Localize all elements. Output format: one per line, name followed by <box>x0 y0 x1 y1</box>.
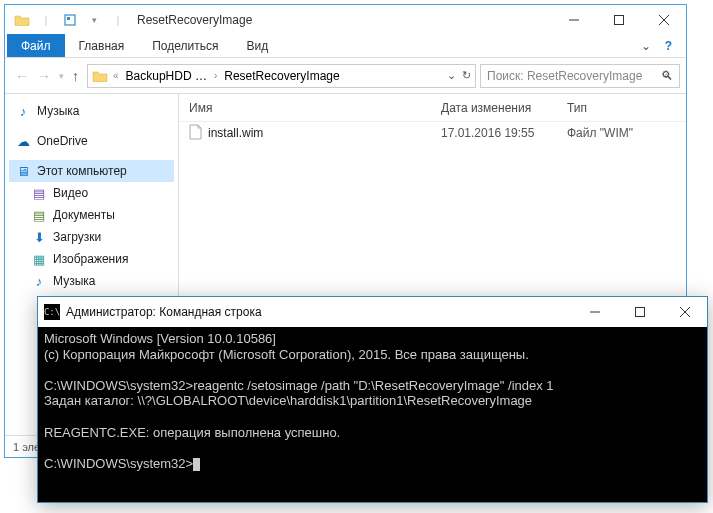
column-date[interactable]: Дата изменения <box>431 101 557 115</box>
cmd-maximize-button[interactable] <box>617 297 662 327</box>
qat-dropdown-icon[interactable]: ▾ <box>83 9 105 31</box>
column-name[interactable]: Имя <box>179 101 431 115</box>
breadcrumb[interactable]: « BackupHDD … › ResetRecoveryImage ⌄ ↻ <box>87 64 476 88</box>
tree-item-music[interactable]: ♪Музыка <box>9 100 174 122</box>
column-headers: Имя Дата изменения Тип <box>179 94 686 122</box>
back-button[interactable]: ← <box>15 68 29 84</box>
file-row[interactable]: install.wim 17.01.2016 19:55 Файл "WIM" <box>179 122 686 144</box>
forward-button[interactable]: → <box>37 68 51 84</box>
documents-icon: ▤ <box>31 207 47 223</box>
cursor <box>193 458 200 471</box>
refresh-icon[interactable]: ↻ <box>462 69 471 82</box>
svg-rect-7 <box>635 308 644 317</box>
qat-separator: | <box>107 9 129 31</box>
folder-icon <box>11 9 33 31</box>
cmd-close-button[interactable] <box>662 297 707 327</box>
onedrive-icon: ☁ <box>15 133 31 149</box>
tree-item-thispc[interactable]: 🖥Этот компьютер <box>9 160 174 182</box>
cmd-title: Администратор: Командная строка <box>66 305 572 319</box>
file-type: Файл "WIM" <box>557 126 686 140</box>
window-title: ResetRecoveryImage <box>129 13 551 27</box>
history-dropdown-icon[interactable]: ▾ <box>59 71 64 81</box>
qat-properties-icon[interactable] <box>59 9 81 31</box>
search-placeholder: Поиск: ResetRecoveryImage <box>487 69 642 83</box>
tree-item-downloads[interactable]: ⬇Загрузки <box>9 226 174 248</box>
breadcrumb-seg-backuphdd[interactable]: BackupHDD … <box>122 69 211 83</box>
cmd-minimize-button[interactable] <box>572 297 617 327</box>
file-name: install.wim <box>208 126 263 140</box>
breadcrumb-seg-resetrecovery[interactable]: ResetRecoveryImage <box>220 69 343 83</box>
video-icon: ▤ <box>31 185 47 201</box>
command-prompt-window: C:\ Администратор: Командная строка Micr… <box>37 296 708 503</box>
tree-item-documents[interactable]: ▤Документы <box>9 204 174 226</box>
chevron-right-icon[interactable]: « <box>110 70 122 81</box>
file-icon <box>189 124 202 143</box>
tab-share[interactable]: Поделиться <box>138 34 232 57</box>
ribbon-tabs: Файл Главная Поделиться Вид ⌄ ? <box>5 34 686 58</box>
images-icon: ▦ <box>31 251 47 267</box>
explorer-titlebar: | ▾ | ResetRecoveryImage <box>5 5 686 34</box>
tree-item-onedrive[interactable]: ☁OneDrive <box>9 130 174 152</box>
close-button[interactable] <box>641 5 686 34</box>
svg-rect-3 <box>614 15 623 24</box>
help-icon[interactable]: ? <box>665 39 672 53</box>
cmd-icon: C:\ <box>44 304 60 320</box>
tree-item-images[interactable]: ▦Изображения <box>9 248 174 270</box>
search-input[interactable]: Поиск: ResetRecoveryImage 🔍︎ <box>480 64 680 88</box>
tree-item-video[interactable]: ▤Видео <box>9 182 174 204</box>
breadcrumb-dropdown-icon[interactable]: ⌄ <box>447 69 456 82</box>
music-icon: ♪ <box>31 273 47 289</box>
cmd-output[interactable]: Microsoft Windows [Version 10.0.10586] (… <box>38 327 707 475</box>
navigation-row: ← → ▾ ↑ « BackupHDD … › ResetRecoveryIma… <box>5 58 686 94</box>
tab-home[interactable]: Главная <box>65 34 139 57</box>
svg-rect-1 <box>67 17 70 20</box>
up-button[interactable]: ↑ <box>72 68 79 84</box>
tab-file[interactable]: Файл <box>7 34 65 57</box>
downloads-icon: ⬇ <box>31 229 47 245</box>
chevron-right-icon: › <box>211 70 220 81</box>
music-icon: ♪ <box>15 103 31 119</box>
tree-item-music2[interactable]: ♪Музыка <box>9 270 174 292</box>
pc-icon: 🖥 <box>15 163 31 179</box>
maximize-button[interactable] <box>596 5 641 34</box>
ribbon-expand-icon[interactable]: ⌄ <box>641 39 651 53</box>
file-date: 17.01.2016 19:55 <box>431 126 557 140</box>
search-icon: 🔍︎ <box>661 69 673 83</box>
cmd-titlebar: C:\ Администратор: Командная строка <box>38 297 707 327</box>
qat-separator: | <box>35 9 57 31</box>
column-type[interactable]: Тип <box>557 101 686 115</box>
minimize-button[interactable] <box>551 5 596 34</box>
breadcrumb-folder-icon <box>90 69 110 82</box>
tab-view[interactable]: Вид <box>232 34 282 57</box>
